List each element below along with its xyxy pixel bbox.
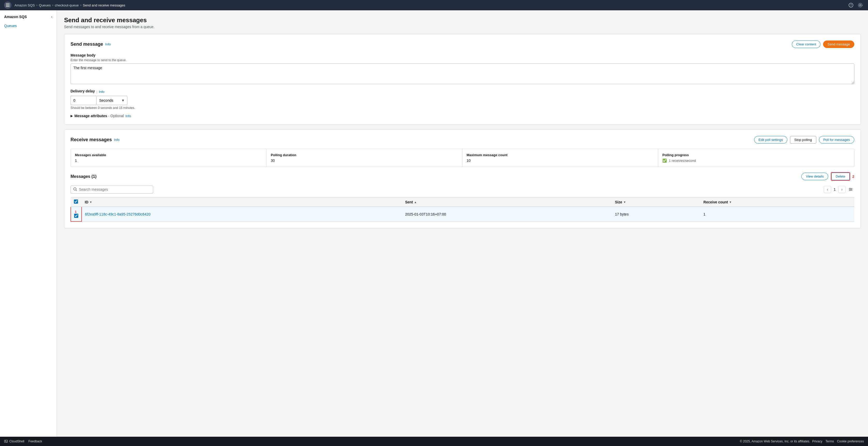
- bottom-bar: CloudShell Feedback © 2025, Amazon Web S…: [0, 437, 868, 446]
- th-receive-count-sort[interactable]: Receive count ▼: [704, 200, 851, 204]
- sidebar-title: Amazon SQS: [4, 15, 27, 19]
- th-sent: Sent ▲: [402, 198, 612, 207]
- breadcrumb: Amazon SQS › Queues › checkout-queue › S…: [14, 3, 125, 7]
- top-navigation: Amazon SQS › Queues › checkout-queue › S…: [0, 0, 868, 10]
- message-attributes-toggle[interactable]: ▶ Message attributes - Optional Info: [70, 114, 854, 118]
- delivery-delay-section: Delivery delay | Info 0 Seconds Minutes …: [70, 89, 854, 110]
- delivery-delay-input[interactable]: 0: [70, 96, 96, 105]
- messages-available-label: Messages available: [75, 153, 262, 157]
- table-header-row: ID ▼ Sent ▲ Size: [71, 198, 854, 207]
- main-layout: Amazon SQS ‹ Queues Send and receive mes…: [0, 10, 868, 437]
- message-body-textarea[interactable]: The first message: [70, 64, 854, 84]
- view-details-button[interactable]: View details: [801, 173, 828, 180]
- footer-terms-link[interactable]: Terms: [826, 440, 834, 443]
- sort-down-icon-size: ▼: [623, 201, 626, 204]
- row-annotation-number: 1: [75, 210, 76, 214]
- send-message-actions: Clear content Send message: [792, 40, 854, 48]
- send-message-button[interactable]: Send message: [823, 40, 854, 48]
- polling-duration-value: 30: [271, 159, 458, 163]
- svg-point-11: [850, 190, 850, 191]
- message-attributes-info-link[interactable]: Info: [125, 114, 131, 118]
- delivery-delay-info-link[interactable]: Info: [99, 90, 104, 94]
- search-messages-input[interactable]: [79, 187, 150, 192]
- breadcrumb-amazon-sqs[interactable]: Amazon SQS: [14, 3, 35, 7]
- clear-content-button[interactable]: Clear content: [792, 40, 820, 48]
- th-sent-sort[interactable]: Sent ▲: [405, 200, 609, 204]
- svg-text:?: ?: [850, 4, 852, 7]
- svg-point-2: [860, 4, 861, 6]
- cloudshell-label: CloudShell: [9, 440, 24, 443]
- footer-center: © 2025, Amazon Web Services, Inc. or its…: [740, 440, 864, 443]
- max-message-count-value: 10: [467, 159, 654, 163]
- row-size-cell: 17 bytes: [612, 207, 700, 221]
- delivery-delay-hint: Should be between 0 seconds and 15 minut…: [70, 106, 135, 110]
- th-id-sort[interactable]: ID ▼: [85, 200, 399, 204]
- delivery-delay-label-group: Delivery delay | Info: [70, 89, 135, 94]
- polling-progress-label: Polling progress: [662, 153, 850, 157]
- search-messages-box[interactable]: [70, 185, 153, 194]
- poll-for-messages-button[interactable]: Poll for messages: [819, 136, 854, 143]
- send-message-info-link[interactable]: Info: [105, 42, 111, 46]
- polling-progress-stat: Polling progress ✅ 1 receives/second: [658, 149, 854, 167]
- delivery-delay-inputs: 0 Seconds Minutes ▼: [70, 96, 135, 105]
- table-body: 1 6f2ea9ff-118c-49c1-8a95-25276d0c6420 2…: [71, 207, 854, 221]
- receive-messages-title-text: Receive messages: [70, 137, 112, 142]
- row-select-checkbox[interactable]: [74, 214, 78, 218]
- th-receive-count: Receive count ▼: [700, 198, 854, 207]
- footer-privacy-link[interactable]: Privacy: [812, 440, 822, 443]
- sort-down-icon: ▼: [89, 201, 92, 204]
- polling-duration-label: Polling duration: [271, 153, 458, 157]
- search-icon: [73, 187, 77, 192]
- messages-available-stat: Messages available 1: [71, 149, 267, 167]
- svg-line-5: [76, 190, 77, 191]
- content-area: Send and receive messages Send messages …: [57, 10, 868, 437]
- message-id-link[interactable]: 6f2ea9ff-118c-49c1-8a95-25276d0c6420: [85, 212, 151, 216]
- th-size-sort[interactable]: Size ▼: [615, 200, 697, 204]
- sidebar: Amazon SQS ‹ Queues: [0, 10, 57, 437]
- breadcrumb-queues[interactable]: Queues: [39, 3, 51, 7]
- messages-table-actions: View details Delete 2: [801, 172, 854, 181]
- sidebar-item-queues[interactable]: Queues: [0, 22, 57, 29]
- delivery-delay-unit-select[interactable]: Seconds Minutes: [96, 96, 127, 105]
- page-subtitle: Send messages to and receive messages fr…: [64, 25, 861, 29]
- svg-point-9: [850, 188, 850, 189]
- max-message-count-stat: Maximum message count 10: [462, 149, 658, 167]
- settings-icon[interactable]: [857, 2, 864, 9]
- receive-messages-card: Receive messages Info Edit poll settings…: [64, 130, 861, 228]
- delete-button-highlight: Delete: [831, 172, 850, 181]
- table-row: 1 6f2ea9ff-118c-49c1-8a95-25276d0c6420 2…: [71, 207, 854, 221]
- check-circle-icon: ✅: [662, 159, 667, 163]
- receive-messages-info-link[interactable]: Info: [114, 138, 120, 142]
- polling-duration-stat: Polling duration 30: [267, 149, 462, 167]
- cloudshell-button[interactable]: CloudShell: [4, 440, 24, 443]
- send-message-title: Send message Info: [70, 41, 111, 47]
- max-message-count-label: Maximum message count: [467, 153, 654, 157]
- message-attributes-title: Message attributes - Optional: [74, 114, 124, 118]
- help-icon[interactable]: ?: [847, 2, 855, 9]
- breadcrumb-separator-2: ›: [52, 3, 53, 7]
- svg-point-10: [851, 189, 852, 190]
- select-all-checkbox[interactable]: [74, 200, 78, 204]
- messages-count: (1): [91, 174, 97, 179]
- copyright-text: © 2025, Amazon Web Services, Inc. or its…: [740, 440, 810, 443]
- edit-poll-settings-button[interactable]: Edit poll settings: [754, 136, 787, 143]
- prev-page-button[interactable]: ‹: [824, 186, 831, 193]
- delete-button[interactable]: Delete: [831, 173, 850, 180]
- breadcrumb-checkout-queue[interactable]: checkout-queue: [55, 3, 79, 7]
- next-page-button[interactable]: ›: [838, 186, 845, 193]
- table-settings-icon[interactable]: [847, 186, 854, 193]
- message-attributes-optional: - Optional: [108, 114, 124, 118]
- hamburger-menu-icon[interactable]: [4, 2, 11, 9]
- breadcrumb-current: Send and receive messages: [83, 3, 125, 7]
- send-message-title-text: Send message: [70, 41, 103, 47]
- stop-polling-button[interactable]: Stop polling: [790, 136, 816, 143]
- current-page-number: 1: [833, 187, 837, 192]
- breadcrumb-separator-3: ›: [80, 3, 82, 7]
- th-checkbox: [71, 198, 82, 207]
- footer-links: Privacy Terms Cookie preferences: [812, 440, 864, 443]
- message-body-hint: Enter the message to send to the queue.: [70, 58, 854, 62]
- sidebar-collapse-button[interactable]: ‹: [51, 14, 53, 19]
- footer-cookie-link[interactable]: Cookie preferences: [837, 440, 864, 443]
- receive-stats: Messages available 1 Polling duration 30…: [70, 149, 854, 167]
- feedback-label[interactable]: Feedback: [28, 440, 42, 443]
